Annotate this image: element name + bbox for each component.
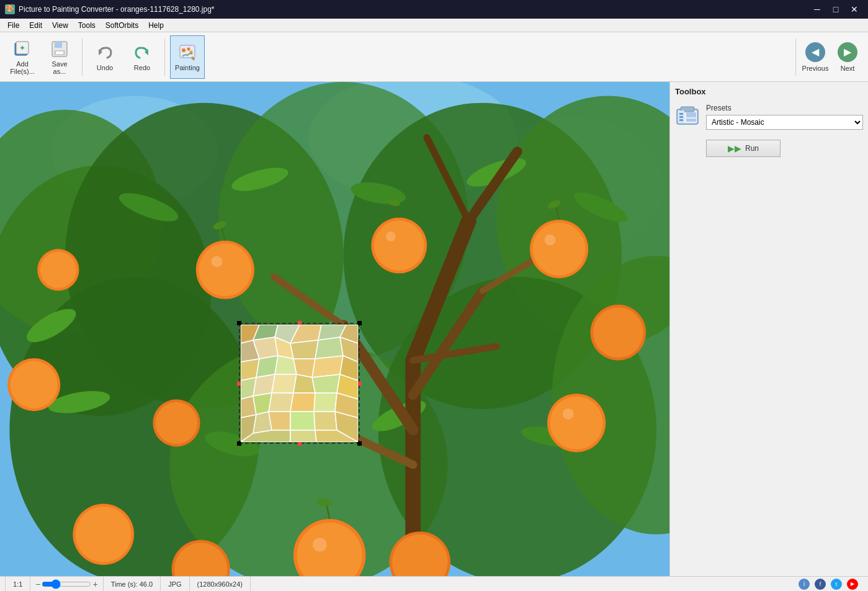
time-label: Time (s): [111, 580, 138, 588]
svg-point-52 [593, 307, 643, 358]
minimize-button[interactable]: ─ [808, 1, 826, 18]
svg-point-12 [187, 47, 190, 50]
svg-point-50 [545, 235, 556, 246]
svg-point-42 [10, 361, 57, 408]
presets-select[interactable]: Artistic - Mosaic Artistic - Watercolor … [706, 115, 863, 130]
save-as-label: Save as... [51, 60, 67, 75]
maximize-button[interactable]: □ [827, 1, 844, 18]
previous-label: Previous [802, 65, 829, 72]
handle-bl[interactable] [237, 441, 241, 446]
svg-point-62 [76, 507, 132, 562]
menu-view[interactable]: View [47, 20, 73, 31]
toolbox-icon [676, 104, 699, 128]
toolbox-content: Presets Artistic - Mosaic Artistic - Wat… [675, 104, 863, 157]
undo-button[interactable]: Undo [87, 35, 122, 79]
svg-point-11 [182, 48, 186, 52]
svg-rect-123 [686, 119, 696, 122]
svg-marker-86 [315, 337, 343, 359]
main-area: Toolbox Presets [0, 82, 868, 576]
handle-tr[interactable] [357, 321, 362, 325]
menu-softorbits[interactable]: SoftOrbits [101, 20, 143, 31]
menu-edit[interactable]: Edit [24, 20, 47, 31]
previous-arrow-icon: ◀ [805, 42, 825, 62]
close-button[interactable]: ✕ [846, 1, 863, 18]
svg-marker-113 [290, 430, 316, 442]
info-icon[interactable]: i [799, 579, 810, 590]
svg-point-47 [386, 232, 396, 241]
menu-file[interactable]: File [2, 20, 24, 31]
toolbox-icon-area [675, 104, 700, 129]
twitter-icon[interactable]: t [831, 579, 842, 590]
svg-point-58 [313, 538, 326, 551]
format-value: JPG [168, 580, 181, 588]
canvas-area[interactable] [0, 82, 669, 576]
toolbar-separator-1 [82, 38, 83, 76]
svg-marker-102 [269, 393, 293, 412]
add-files-button[interactable]: Add File(s)... [5, 35, 40, 79]
title-bar: 🎨 Picture to Painting Converter - orange… [0, 0, 868, 19]
svg-rect-122 [686, 112, 696, 117]
next-button[interactable]: ▶ Next [832, 35, 863, 79]
svg-marker-110 [314, 412, 337, 430]
mosaic-preview [241, 325, 358, 442]
next-arrow-icon: ▶ [838, 42, 857, 62]
svg-point-55 [563, 408, 574, 420]
toolbar: Add File(s)... Save as... Undo [0, 32, 868, 82]
svg-marker-109 [290, 412, 315, 430]
window-title: Picture to Painting Converter - oranges-… [19, 5, 215, 14]
svg-point-66 [40, 252, 76, 288]
zoom-minus-icon[interactable]: − [35, 579, 40, 589]
painting-icon [177, 43, 197, 63]
handle-br[interactable] [357, 441, 362, 446]
title-bar-controls[interactable]: ─ □ ✕ [808, 1, 863, 18]
status-dimensions: (1280x960x24) [190, 577, 251, 591]
undo-icon [95, 43, 115, 63]
selection-area [239, 323, 360, 444]
zoom-slider-area: − + [30, 577, 103, 591]
zoom-slider[interactable] [42, 580, 91, 589]
dimensions-value: (1280x960x24) [197, 580, 243, 588]
previous-button[interactable]: ◀ Previous [800, 35, 831, 79]
save-icon [50, 39, 69, 59]
title-bar-left: 🎨 Picture to Painting Converter - orange… [5, 4, 215, 14]
run-icon: ▶▶ [728, 143, 741, 153]
svg-point-49 [532, 222, 585, 275]
run-button[interactable]: ▶▶ Run [706, 140, 781, 157]
handle-mr[interactable] [357, 381, 362, 386]
svg-marker-108 [269, 412, 290, 430]
undo-label: Undo [97, 64, 113, 71]
svg-rect-7 [56, 52, 63, 54]
presets-label: Presets [706, 104, 863, 112]
youtube-icon[interactable]: ▶ [847, 579, 858, 590]
status-format: JPG [161, 577, 189, 591]
svg-rect-121 [679, 119, 683, 121]
svg-rect-5 [55, 42, 62, 48]
svg-point-54 [550, 397, 602, 449]
run-label: Run [745, 144, 759, 153]
svg-marker-96 [272, 374, 297, 393]
svg-marker-103 [290, 393, 315, 412]
redo-button[interactable]: Redo [125, 35, 159, 79]
toolbox-title: Toolbox [675, 87, 863, 96]
toolbar-separator-2 [164, 38, 165, 76]
svg-marker-104 [314, 393, 337, 412]
toolbox-controls: Presets Artistic - Mosaic Artistic - Wat… [706, 104, 863, 157]
handle-bm[interactable] [297, 441, 302, 446]
svg-point-46 [374, 220, 424, 271]
svg-point-40 [212, 256, 223, 267]
redo-label: Redo [134, 64, 150, 71]
painting-button[interactable]: Painting [170, 35, 205, 79]
svg-marker-85 [290, 340, 318, 359]
zoom-plus-icon[interactable]: + [92, 579, 97, 589]
toolbar-nav: ◀ Previous ▶ Next [793, 35, 863, 79]
svg-point-39 [199, 243, 251, 296]
menu-help[interactable]: Help [143, 20, 169, 31]
svg-marker-98 [312, 374, 340, 393]
facebook-icon[interactable]: f [815, 579, 826, 590]
svg-rect-119 [679, 113, 683, 115]
menu-tools[interactable]: Tools [73, 20, 101, 31]
nav-separator [795, 38, 796, 76]
save-as-button[interactable]: Save as... [42, 35, 77, 79]
next-label: Next [841, 65, 855, 72]
status-zoom: 1:1 [5, 577, 30, 591]
